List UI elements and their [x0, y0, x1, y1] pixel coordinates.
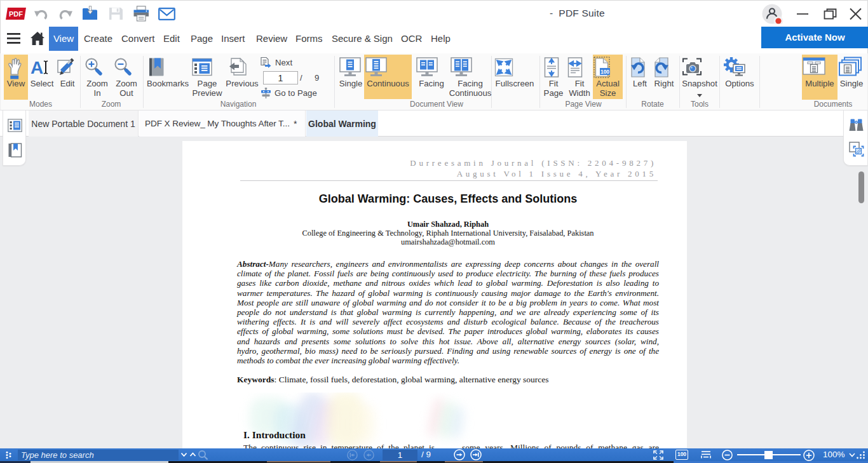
document-tab-new-portable[interactable]: New Portable Document 1	[29, 111, 139, 137]
page-preview-panel-icon[interactable]	[8, 119, 22, 132]
zoom-dropdown-chevron-icon[interactable]	[849, 453, 855, 457]
edit-mode-label: Edit	[56, 79, 79, 88]
rotate-left-button[interactable]: Left	[629, 55, 651, 100]
status-page-number-input[interactable]: 1	[383, 450, 417, 460]
ribbon-page-number-input[interactable]	[263, 71, 298, 84]
open-file-icon[interactable]	[82, 6, 99, 21]
group-label-page-view: Page View	[556, 100, 611, 109]
go-to-page-label[interactable]: Go to Page	[275, 88, 317, 98]
actual-size-button[interactable]: 100 Actual Size	[593, 55, 623, 99]
previous-page-button[interactable]: Previous	[226, 55, 258, 100]
document-tab-pdf-x-review[interactable]: PDF X Review_ My Thoughts After T... *	[139, 111, 306, 137]
single-document-button[interactable]: Single	[838, 55, 865, 100]
zoom-slider-thumb[interactable]	[764, 451, 773, 459]
pdf-suite-logo: PDF	[6, 8, 26, 20]
single-view-button[interactable]: Single	[338, 55, 363, 100]
menu-tab-review[interactable]: Review	[256, 27, 287, 51]
print-icon[interactable]	[133, 6, 150, 22]
group-label-document-view: Document View	[409, 100, 464, 109]
user-account-icon[interactable]	[762, 4, 782, 24]
pdf-page[interactable]: Durreesamin Journal (ISSN: 2204-9827) Au…	[182, 141, 687, 448]
zoom-out-status-button[interactable]	[722, 450, 733, 460]
taskbar-segment	[380, 461, 417, 462]
search-magnifier-icon[interactable]	[198, 450, 208, 460]
maximize-button[interactable]	[820, 7, 839, 21]
document-tab-global-warming[interactable]: Global Warming	[306, 111, 378, 137]
find-next-chevron-icon[interactable]	[180, 452, 187, 457]
menu-tab-label: OCR	[401, 33, 422, 44]
menu-tab-ocr[interactable]: OCR	[401, 27, 422, 51]
undo-icon[interactable]	[34, 8, 49, 20]
menu-tab-secure-sign[interactable]: Secure & Sign	[332, 27, 393, 51]
zoom-percentage[interactable]: 100%	[823, 450, 845, 459]
multiple-documents-button[interactable]: Multiple	[802, 55, 837, 100]
close-button[interactable]	[846, 7, 865, 21]
abstract-line: Many researchers, engineers and environm…	[269, 259, 659, 269]
fit-width-status-icon[interactable]	[700, 450, 712, 460]
options-gear-icon	[722, 57, 757, 78]
bookmarks-panel-icon[interactable]	[8, 143, 22, 158]
previous-page-nav-button[interactable]	[363, 450, 374, 460]
bookmarks-button[interactable]: Bookmarks	[147, 55, 188, 100]
zoom-in-status-button[interactable]	[803, 450, 815, 461]
group-label-navigation: Navigation	[211, 100, 266, 109]
menu-tab-convert[interactable]: Convert	[121, 27, 155, 51]
menu-tab-edit[interactable]: Edit	[163, 27, 180, 51]
actual-size-icon: 100	[593, 57, 623, 78]
rotate-right-button[interactable]: Right	[653, 55, 675, 100]
status-page-total: / 9	[421, 450, 431, 459]
menu-tab-label: Help	[431, 33, 451, 44]
search-binoculars-icon[interactable]	[849, 118, 864, 132]
menu-tab-insert[interactable]: Insert	[221, 27, 245, 51]
hamburger-menu-icon[interactable]	[7, 33, 20, 44]
search-input[interactable]: Type here to search	[18, 450, 179, 460]
hand-icon	[4, 57, 28, 79]
options-button[interactable]: Options	[722, 55, 757, 100]
fullscreen-label: Fullscreen	[491, 79, 538, 88]
menu-tab-create[interactable]: Create	[84, 27, 112, 51]
window-title: - PDF Suite	[550, 8, 605, 19]
next-page-icon[interactable]	[260, 57, 271, 68]
document-tab-label: Global Warming	[308, 119, 376, 129]
actual-size-status-icon[interactable]: 100	[675, 450, 688, 460]
next-page-label[interactable]: Next	[275, 58, 292, 67]
fullscreen-button[interactable]: Fullscreen	[494, 55, 536, 100]
home-icon[interactable]	[30, 31, 45, 46]
continuous-view-button[interactable]: Continuous	[364, 55, 412, 99]
edit-mode-button[interactable]: Edit	[56, 55, 79, 100]
email-icon[interactable]	[158, 8, 175, 20]
menu-tab-help[interactable]: Help	[431, 27, 451, 51]
view-mode-button[interactable]: View	[4, 55, 28, 100]
paper-email: umairshahzada@hotmail.com	[237, 238, 659, 247]
menu-tab-forms[interactable]: Forms	[295, 27, 323, 51]
snapshot-dropdown-caret[interactable]	[697, 94, 702, 97]
abstract-line: withering effects. It is and will severe…	[237, 317, 659, 326]
continuous-view-label: Continuous	[364, 79, 412, 88]
page-separator: /	[300, 73, 302, 83]
rotate-left-label: Left	[627, 79, 653, 88]
single-document-icon	[838, 57, 865, 77]
save-icon[interactable]	[109, 7, 123, 20]
snapshot-button[interactable]: Snapshot	[681, 55, 719, 100]
document-view-area: Durreesamin Journal (ISSN: 2204-9827) Au…	[0, 137, 868, 448]
menu-tab-view[interactable]: View	[49, 27, 78, 51]
facing-continuous-label-1: Facing	[449, 79, 491, 88]
minimize-button[interactable]	[792, 7, 811, 21]
find-previous-chevron-icon[interactable]	[189, 452, 196, 457]
menu-tab-page[interactable]: Page	[191, 27, 213, 51]
activate-now-button[interactable]: Activate Now	[761, 27, 868, 48]
redo-icon[interactable]	[58, 8, 73, 20]
first-page-button[interactable]	[347, 450, 358, 460]
menu-tab-label: Forms	[295, 33, 323, 44]
status-grip-icon[interactable]	[6, 451, 15, 459]
next-page-nav-button[interactable]	[454, 449, 465, 460]
resize-grip-icon[interactable]	[856, 451, 865, 460]
facing-view-button[interactable]: Facing	[415, 55, 448, 100]
vertical-scrollbar-thumb[interactable]	[858, 171, 864, 203]
menu-tab-label: Convert	[121, 33, 155, 44]
go-to-page-icon[interactable]	[261, 88, 271, 98]
last-page-button[interactable]	[470, 449, 482, 460]
select-mode-button[interactable]: A Select	[29, 55, 55, 100]
fullscreen-status-icon[interactable]	[653, 450, 663, 460]
snapshot-panel-icon[interactable]	[849, 142, 864, 157]
